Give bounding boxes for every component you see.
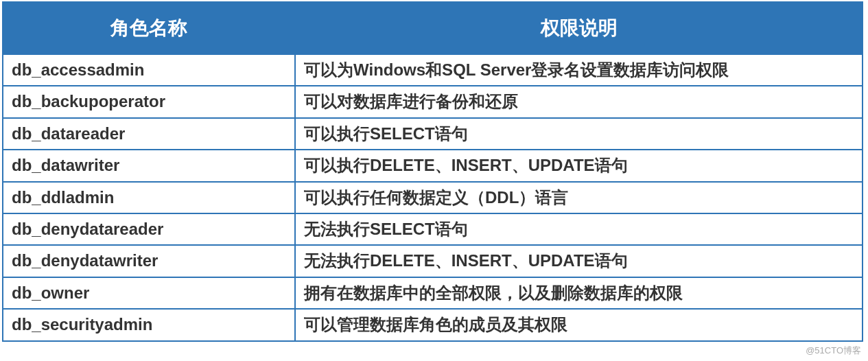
role-name-cell: db_denydatareader bbox=[3, 213, 295, 245]
table-row: db_datareader 可以执行SELECT语句 bbox=[3, 118, 863, 150]
role-name-cell: db_securityadmin bbox=[3, 309, 295, 340]
header-permission-desc: 权限说明 bbox=[295, 2, 863, 54]
table-row: db_backupoperator 可以对数据库进行备份和还原 bbox=[3, 86, 863, 117]
table-row: db_ddladmin 可以执行任何数据定义（DDL）语言 bbox=[3, 182, 863, 213]
permission-desc-cell: 可以对数据库进行备份和还原 bbox=[295, 86, 863, 117]
permission-desc-cell: 拥有在数据库中的全部权限，以及删除数据库的权限 bbox=[295, 277, 863, 309]
header-role-name: 角色名称 bbox=[3, 2, 295, 54]
table-row: db_denydatawriter 无法执行DELETE、INSERT、UPDA… bbox=[3, 245, 863, 277]
role-permission-table-container: 角色名称 权限说明 db_accessadmin 可以为Windows和SQL … bbox=[2, 1, 863, 342]
watermark-text: @51CTO博客 bbox=[806, 345, 861, 357]
permission-desc-cell: 可以管理数据库角色的成员及其权限 bbox=[295, 309, 863, 340]
role-name-cell: db_accessadmin bbox=[3, 54, 295, 86]
table-row: db_owner 拥有在数据库中的全部权限，以及删除数据库的权限 bbox=[3, 277, 863, 309]
table-row: db_accessadmin 可以为Windows和SQL Server登录名设… bbox=[3, 54, 863, 86]
table-row: db_datawriter 可以执行DELETE、INSERT、UPDATE语句 bbox=[3, 150, 863, 181]
role-name-cell: db_datawriter bbox=[3, 150, 295, 181]
role-name-cell: db_datareader bbox=[3, 118, 295, 150]
role-permission-table: 角色名称 权限说明 db_accessadmin 可以为Windows和SQL … bbox=[2, 1, 863, 342]
table-row: db_denydatareader 无法执行SELECT语句 bbox=[3, 213, 863, 245]
permission-desc-cell: 可以执行DELETE、INSERT、UPDATE语句 bbox=[295, 150, 863, 181]
role-name-cell: db_ddladmin bbox=[3, 182, 295, 213]
permission-desc-cell: 可以执行任何数据定义（DDL）语言 bbox=[295, 182, 863, 213]
permission-desc-cell: 无法执行SELECT语句 bbox=[295, 213, 863, 245]
permission-desc-cell: 可以为Windows和SQL Server登录名设置数据库访问权限 bbox=[295, 54, 863, 86]
permission-desc-cell: 可以执行SELECT语句 bbox=[295, 118, 863, 150]
table-row: db_securityadmin 可以管理数据库角色的成员及其权限 bbox=[3, 309, 863, 340]
role-name-cell: db_owner bbox=[3, 277, 295, 309]
table-header-row: 角色名称 权限说明 bbox=[3, 2, 863, 54]
role-name-cell: db_backupoperator bbox=[3, 86, 295, 117]
permission-desc-cell: 无法执行DELETE、INSERT、UPDATE语句 bbox=[295, 245, 863, 277]
role-name-cell: db_denydatawriter bbox=[3, 245, 295, 277]
